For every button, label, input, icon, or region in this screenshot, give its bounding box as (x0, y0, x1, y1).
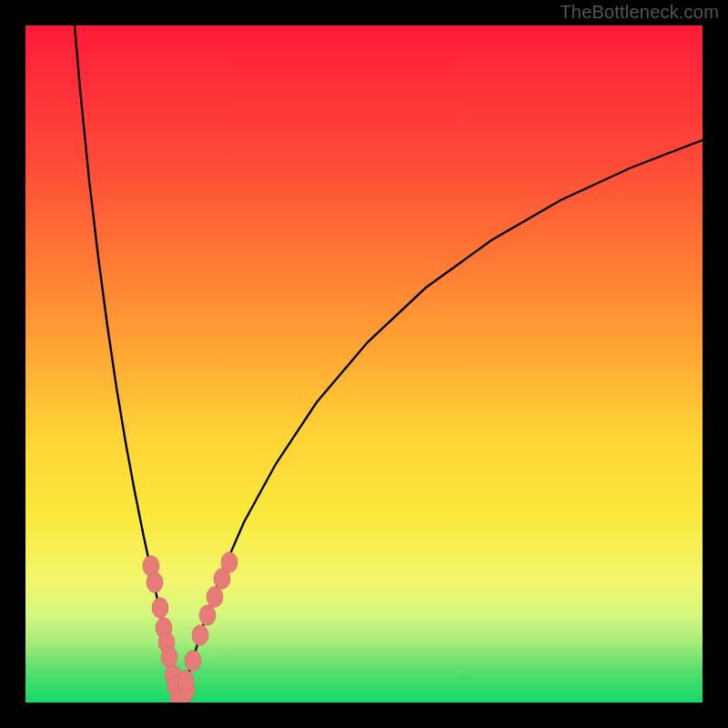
bead-marker (207, 587, 223, 608)
bead-markers (143, 552, 238, 703)
bead-marker (147, 572, 163, 593)
curves-layer (25, 25, 703, 703)
bead-marker (161, 647, 177, 668)
bead-marker (152, 598, 168, 619)
bead-marker (192, 625, 208, 646)
right-curve (180, 140, 703, 703)
chart-frame: TheBottleneck.com (0, 0, 728, 728)
plot-area (25, 25, 703, 703)
bead-marker (185, 651, 201, 672)
bead-marker (199, 605, 216, 626)
bead-marker (221, 552, 238, 573)
bead-marker (177, 671, 194, 692)
watermark-label: TheBottleneck.com (560, 2, 719, 23)
